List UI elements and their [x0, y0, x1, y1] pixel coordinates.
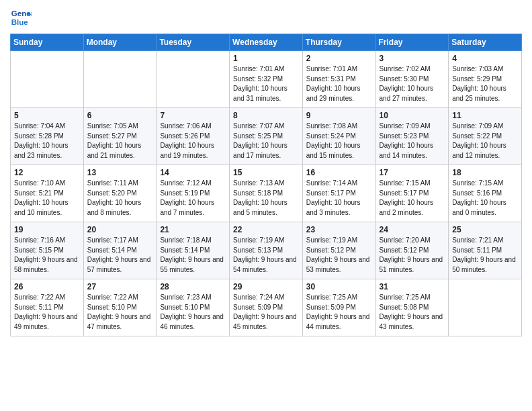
day-info: Sunrise: 7:20 AMSunset: 5:12 PMDaylight:… [380, 236, 445, 275]
day-number: 24 [380, 225, 445, 234]
day-number: 31 [380, 282, 445, 291]
week-row-1: 1Sunrise: 7:01 AMSunset: 5:32 PMDaylight… [11, 51, 522, 108]
day-number: 22 [233, 225, 299, 234]
svg-text:Blue: Blue [11, 18, 29, 26]
calendar-page: General Blue SundayMondayTuesdayWednesda… [0, 0, 532, 343]
calendar-cell: 3Sunrise: 7:02 AMSunset: 5:30 PMDaylight… [375, 51, 449, 108]
logo-icon: General Blue [10, 7, 32, 28]
day-info: Sunrise: 7:25 AMSunset: 5:09 PMDaylight:… [306, 293, 372, 332]
day-number: 29 [233, 282, 299, 291]
day-info: Sunrise: 7:01 AMSunset: 5:32 PMDaylight:… [233, 64, 299, 103]
day-info: Sunrise: 7:09 AMSunset: 5:23 PMDaylight:… [380, 122, 445, 161]
calendar-cell: 16Sunrise: 7:14 AMSunset: 5:17 PMDayligh… [302, 165, 375, 222]
day-number: 15 [233, 168, 299, 177]
day-info: Sunrise: 7:11 AMSunset: 5:20 PMDaylight:… [87, 179, 153, 218]
week-row-5: 26Sunrise: 7:22 AMSunset: 5:11 PMDayligh… [11, 279, 522, 336]
day-number: 9 [306, 111, 372, 120]
calendar-cell: 12Sunrise: 7:10 AMSunset: 5:21 PMDayligh… [11, 165, 84, 222]
weekday-header-tuesday: Tuesday [157, 34, 230, 51]
day-info: Sunrise: 7:19 AMSunset: 5:13 PMDaylight:… [233, 236, 299, 275]
day-info: Sunrise: 7:09 AMSunset: 5:22 PMDaylight:… [452, 122, 518, 161]
day-info: Sunrise: 7:22 AMSunset: 5:10 PMDaylight:… [87, 293, 153, 332]
header: General Blue [10, 7, 522, 28]
calendar-cell: 17Sunrise: 7:15 AMSunset: 5:17 PMDayligh… [375, 165, 449, 222]
day-number: 17 [380, 168, 445, 177]
day-info: Sunrise: 7:12 AMSunset: 5:19 PMDaylight:… [160, 179, 226, 218]
calendar-cell: 15Sunrise: 7:13 AMSunset: 5:18 PMDayligh… [230, 165, 303, 222]
calendar-cell: 28Sunrise: 7:23 AMSunset: 5:10 PMDayligh… [157, 279, 230, 336]
week-row-3: 12Sunrise: 7:10 AMSunset: 5:21 PMDayligh… [11, 165, 522, 222]
day-number: 2 [306, 54, 372, 63]
calendar-cell: 21Sunrise: 7:18 AMSunset: 5:14 PMDayligh… [157, 222, 230, 279]
calendar-cell: 18Sunrise: 7:15 AMSunset: 5:16 PMDayligh… [449, 165, 522, 222]
week-row-2: 5Sunrise: 7:04 AMSunset: 5:28 PMDaylight… [11, 108, 522, 165]
day-number: 25 [452, 225, 518, 234]
day-number: 8 [233, 111, 299, 120]
logo: General Blue [10, 7, 32, 28]
day-info: Sunrise: 7:18 AMSunset: 5:14 PMDaylight:… [160, 236, 226, 275]
day-info: Sunrise: 7:10 AMSunset: 5:21 PMDaylight:… [14, 179, 80, 218]
calendar-cell: 25Sunrise: 7:21 AMSunset: 5:11 PMDayligh… [449, 222, 522, 279]
day-info: Sunrise: 7:05 AMSunset: 5:27 PMDaylight:… [87, 122, 153, 161]
calendar-cell: 22Sunrise: 7:19 AMSunset: 5:13 PMDayligh… [230, 222, 303, 279]
calendar-cell: 30Sunrise: 7:25 AMSunset: 5:09 PMDayligh… [302, 279, 375, 336]
day-info: Sunrise: 7:25 AMSunset: 5:08 PMDaylight:… [380, 293, 445, 332]
day-info: Sunrise: 7:02 AMSunset: 5:30 PMDaylight:… [380, 64, 445, 103]
day-info: Sunrise: 7:06 AMSunset: 5:26 PMDaylight:… [160, 122, 226, 161]
day-info: Sunrise: 7:19 AMSunset: 5:12 PMDaylight:… [306, 236, 372, 275]
day-info: Sunrise: 7:04 AMSunset: 5:28 PMDaylight:… [14, 122, 80, 161]
day-number: 10 [380, 111, 445, 120]
day-info: Sunrise: 7:14 AMSunset: 5:17 PMDaylight:… [306, 179, 372, 218]
weekday-header-wednesday: Wednesday [230, 34, 303, 51]
calendar-cell: 14Sunrise: 7:12 AMSunset: 5:19 PMDayligh… [157, 165, 230, 222]
day-number: 13 [87, 168, 153, 177]
day-number: 1 [233, 54, 299, 63]
calendar-cell: 13Sunrise: 7:11 AMSunset: 5:20 PMDayligh… [83, 165, 157, 222]
day-info: Sunrise: 7:22 AMSunset: 5:11 PMDaylight:… [14, 293, 80, 332]
day-info: Sunrise: 7:01 AMSunset: 5:31 PMDaylight:… [306, 64, 372, 103]
calendar-cell: 6Sunrise: 7:05 AMSunset: 5:27 PMDaylight… [83, 108, 157, 165]
day-number: 27 [87, 282, 153, 291]
calendar-cell: 11Sunrise: 7:09 AMSunset: 5:22 PMDayligh… [449, 108, 522, 165]
calendar-cell: 29Sunrise: 7:24 AMSunset: 5:09 PMDayligh… [230, 279, 303, 336]
calendar-cell: 27Sunrise: 7:22 AMSunset: 5:10 PMDayligh… [83, 279, 157, 336]
day-number: 20 [87, 225, 153, 234]
day-number: 16 [306, 168, 372, 177]
day-number: 11 [452, 111, 518, 120]
calendar-cell [83, 51, 157, 108]
day-number: 21 [160, 225, 226, 234]
calendar-cell: 10Sunrise: 7:09 AMSunset: 5:23 PMDayligh… [375, 108, 449, 165]
weekday-header-monday: Monday [83, 34, 157, 51]
weekday-header-saturday: Saturday [449, 34, 522, 51]
day-info: Sunrise: 7:03 AMSunset: 5:29 PMDaylight:… [452, 64, 518, 103]
calendar-cell: 19Sunrise: 7:16 AMSunset: 5:15 PMDayligh… [11, 222, 84, 279]
day-number: 4 [452, 54, 518, 63]
calendar-table: SundayMondayTuesdayWednesdayThursdayFrid… [10, 34, 522, 336]
calendar-cell: 5Sunrise: 7:04 AMSunset: 5:28 PMDaylight… [11, 108, 84, 165]
day-info: Sunrise: 7:15 AMSunset: 5:17 PMDaylight:… [380, 179, 445, 218]
calendar-cell: 26Sunrise: 7:22 AMSunset: 5:11 PMDayligh… [11, 279, 84, 336]
calendar-cell: 7Sunrise: 7:06 AMSunset: 5:26 PMDaylight… [157, 108, 230, 165]
day-number: 5 [14, 111, 80, 120]
day-info: Sunrise: 7:21 AMSunset: 5:11 PMDaylight:… [452, 236, 518, 275]
calendar-cell [157, 51, 230, 108]
day-number: 7 [160, 111, 226, 120]
day-info: Sunrise: 7:16 AMSunset: 5:15 PMDaylight:… [14, 236, 80, 275]
day-info: Sunrise: 7:13 AMSunset: 5:18 PMDaylight:… [233, 179, 299, 218]
day-info: Sunrise: 7:07 AMSunset: 5:25 PMDaylight:… [233, 122, 299, 161]
day-info: Sunrise: 7:15 AMSunset: 5:16 PMDaylight:… [452, 179, 518, 218]
day-info: Sunrise: 7:24 AMSunset: 5:09 PMDaylight:… [233, 293, 299, 332]
day-number: 3 [380, 54, 445, 63]
day-number: 26 [14, 282, 80, 291]
calendar-cell [11, 51, 84, 108]
calendar-cell: 23Sunrise: 7:19 AMSunset: 5:12 PMDayligh… [302, 222, 375, 279]
day-number: 18 [452, 168, 518, 177]
weekday-header-thursday: Thursday [302, 34, 375, 51]
day-number: 23 [306, 225, 372, 234]
day-number: 12 [14, 168, 80, 177]
calendar-cell [449, 279, 522, 336]
day-info: Sunrise: 7:23 AMSunset: 5:10 PMDaylight:… [160, 293, 226, 332]
calendar-cell: 9Sunrise: 7:08 AMSunset: 5:24 PMDaylight… [302, 108, 375, 165]
day-number: 30 [306, 282, 372, 291]
day-number: 28 [160, 282, 226, 291]
